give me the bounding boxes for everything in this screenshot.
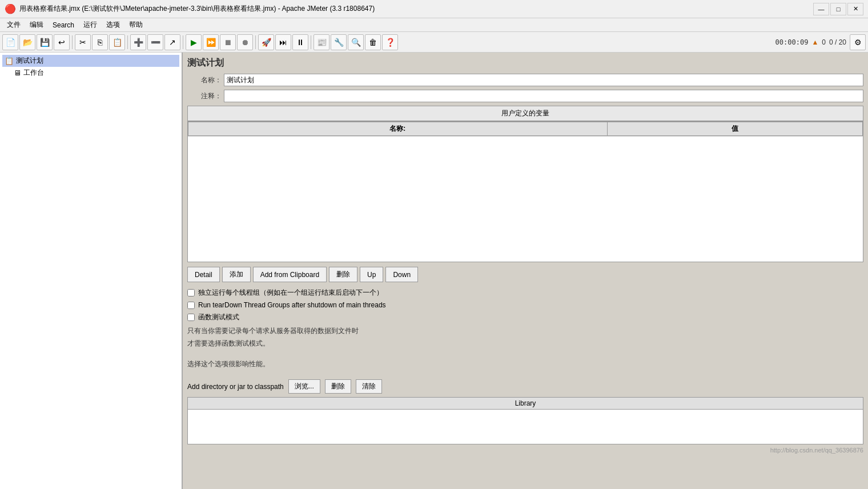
menu-item-4[interactable]: 选项 <box>102 19 124 31</box>
new-btn[interactable]: 📄 <box>2 34 18 50</box>
minimize-btn[interactable]: — <box>813 3 829 15</box>
titlebar: 🔴 用表格察看结果.jmx (E:\测试软件\JMeter\apache-jme… <box>0 0 868 18</box>
library-table-container: Library <box>187 397 863 444</box>
run-btn[interactable]: ▶ <box>186 34 202 50</box>
delete-cp-btn[interactable]: 删除 <box>325 379 351 394</box>
revert-btn[interactable]: ↩ <box>54 34 70 50</box>
settings-btn[interactable]: ⚙ <box>850 34 866 50</box>
checkbox2-row: Run tearDown Thread Groups after shutdow… <box>187 301 863 309</box>
run-no-pause-btn[interactable]: ⏩ <box>203 34 219 50</box>
test-plan-icon: 📋 <box>5 57 14 65</box>
clear-cp-btn[interactable]: 清除 <box>356 379 382 394</box>
shutdown-btn[interactable]: ⏺ <box>237 34 253 50</box>
stop-btn[interactable]: ⏹ <box>220 34 236 50</box>
checkbox2-label: Run tearDown Thread Groups after shutdow… <box>198 301 386 309</box>
vars-section-title: 用户定义的变量 <box>187 106 863 121</box>
remote-start-all-btn[interactable]: ⏭ <box>275 34 291 50</box>
comment-label: 注释： <box>187 91 222 101</box>
down-btn[interactable]: Down <box>385 267 418 282</box>
move-up-btn[interactable]: ↗ <box>164 34 180 50</box>
sep5 <box>311 35 311 49</box>
info-text1: 只有当你需要记录每个请求从服务器取得的数据到文件时 <box>187 326 863 336</box>
main-area: 📋 测试计划 🖥 工作台 测试计划 名称： 注释： 用户定义的变量 名称: <box>0 53 868 489</box>
detail-btn[interactable]: Detail <box>187 267 220 282</box>
sep3 <box>183 35 183 49</box>
classpath-row: Add directory or jar to classpath 浏览... … <box>187 379 863 394</box>
copy-btn[interactable]: ⎘ <box>92 34 108 50</box>
add-child-btn[interactable]: ➕ <box>130 34 146 50</box>
add-from-clipboard-btn[interactable]: Add from Clipboard <box>253 267 327 282</box>
paste-btn[interactable]: 📋 <box>109 34 125 50</box>
menubar: 文件编辑Search运行选项帮助 <box>0 18 868 32</box>
menu-item-1[interactable]: 编辑 <box>25 19 48 31</box>
library-body <box>188 410 863 444</box>
vars-table-body <box>188 136 863 262</box>
open-btn[interactable]: 📂 <box>19 34 35 50</box>
action-buttons-row: Detail 添加 Add from Clipboard 删除 Up Down <box>187 267 863 282</box>
up-btn[interactable]: Up <box>360 267 383 282</box>
info-text3: 选择这个选项很影响性能。 <box>187 359 863 369</box>
tree-item-test-plan-label: 测试计划 <box>16 56 43 66</box>
cut-btn[interactable]: ✂ <box>75 34 91 50</box>
warn-number: 0 <box>822 38 826 46</box>
tree-item-workbench-label: 工作台 <box>23 68 44 78</box>
vars-table-container: 名称: 值 <box>187 121 863 262</box>
menu-item-3[interactable]: 运行 <box>79 19 102 31</box>
run-independent-checkbox[interactable] <box>187 289 195 296</box>
title-text: 用表格察看结果.jmx (E:\测试软件\JMeter\apache-jmete… <box>19 4 813 14</box>
function-btn[interactable]: 🔧 <box>331 34 347 50</box>
menu-item-5[interactable]: 帮助 <box>124 19 147 31</box>
checkbox1-row: 独立运行每个线程组（例如在一个组运行结束后启动下一个） <box>187 288 863 298</box>
menu-item-0[interactable]: 文件 <box>2 19 25 31</box>
sep2 <box>127 35 128 49</box>
col-value-header: 值 <box>607 122 862 136</box>
save-btn[interactable]: 💾 <box>37 34 53 50</box>
maximize-btn[interactable]: □ <box>830 3 846 15</box>
panel-title: 测试计划 <box>187 57 863 69</box>
remote-stop-btn[interactable]: ⏸ <box>292 34 308 50</box>
left-tree-panel: 📋 测试计划 🖥 工作台 <box>0 53 183 489</box>
help-toolbar-btn[interactable]: ❓ <box>382 34 398 50</box>
close-btn[interactable]: ✕ <box>847 3 863 15</box>
run-teardown-checkbox[interactable] <box>187 302 195 309</box>
workbench-icon: 🖥 <box>14 69 21 77</box>
remove-node-btn[interactable]: ➖ <box>147 34 163 50</box>
error-count: 0 / 20 <box>829 38 846 46</box>
status-area: 00:00:09 ▲ 0 0 / 20 ⚙ <box>775 34 866 50</box>
classpath-label: Add directory or jar to classpath <box>187 383 284 391</box>
window-controls: — □ ✕ <box>813 3 863 15</box>
watermark: http://blog.csdn.net/qq_36396876 <box>187 447 863 454</box>
add-btn[interactable]: 添加 <box>222 267 251 282</box>
library-header: Library <box>188 398 863 410</box>
col-name-header: 名称: <box>188 122 608 136</box>
app-icon: 🔴 <box>5 3 16 14</box>
tree-item-workbench[interactable]: 🖥 工作台 <box>2 67 179 79</box>
name-label: 名称： <box>187 75 222 85</box>
name-input[interactable] <box>224 74 863 86</box>
warn-count: ▲ <box>811 38 818 46</box>
sep1 <box>72 35 73 49</box>
browse-btn[interactable]: 浏览... <box>288 379 320 394</box>
right-content-panel: 测试计划 名称： 注释： 用户定义的变量 名称: 值 <box>183 53 868 489</box>
sep4 <box>255 35 256 49</box>
template-btn[interactable]: 📰 <box>314 34 329 50</box>
name-row: 名称： <box>187 74 863 86</box>
info-text2: 才需要选择函数测试模式。 <box>187 338 863 348</box>
functional-mode-checkbox[interactable] <box>187 314 195 321</box>
timer-display: 00:00:09 <box>775 38 809 46</box>
comment-row: 注释： <box>187 90 863 102</box>
comment-input[interactable] <box>224 90 863 102</box>
toolbar: 📄 📂 💾 ↩ ✂ ⎘ 📋 ➕ ➖ ↗ ▶ ⏩ ⏹ ⏺ 🚀 ⏭ ⏸ 📰 🔧 🔍 … <box>0 32 868 53</box>
remote-start-btn[interactable]: 🚀 <box>258 34 274 50</box>
checkbox1-label: 独立运行每个线程组（例如在一个组运行结束后启动下一个） <box>198 288 383 298</box>
vars-table: 名称: 值 <box>188 122 863 136</box>
delete-var-btn[interactable]: 删除 <box>329 267 357 282</box>
search-toolbar-btn[interactable]: 🔍 <box>348 34 364 50</box>
tree-item-test-plan[interactable]: 📋 测试计划 <box>2 55 179 67</box>
clear-all-btn[interactable]: 🗑 <box>365 34 381 50</box>
checkbox3-label: 函数测试模式 <box>198 312 239 322</box>
checkbox3-row: 函数测试模式 <box>187 312 863 322</box>
menu-item-2[interactable]: Search <box>48 20 79 30</box>
